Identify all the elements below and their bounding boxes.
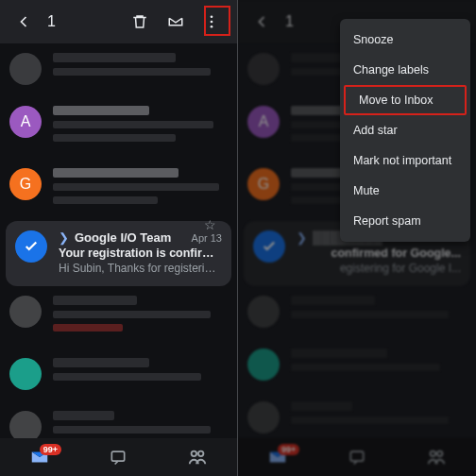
menu-item-add-star[interactable]: Add star bbox=[340, 115, 470, 145]
phone-right: 1 A G ❯████████ confirmed for bbox=[238, 0, 476, 476]
svg-point-0 bbox=[211, 15, 213, 18]
menu-item-snooze[interactable]: Snooze bbox=[340, 25, 470, 55]
bottom-nav: 99+ bbox=[238, 438, 476, 476]
svg-point-7 bbox=[431, 451, 436, 457]
nav-badge: 99+ bbox=[278, 444, 299, 455]
avatar: G bbox=[247, 168, 280, 200]
menu-item-report-spam[interactable]: Report spam bbox=[340, 206, 470, 236]
selection-count: 1 bbox=[47, 13, 56, 30]
star-icon[interactable]: ☆ bbox=[204, 217, 216, 232]
list-item[interactable] bbox=[238, 339, 476, 392]
list-item[interactable] bbox=[0, 348, 237, 401]
overflow-button[interactable] bbox=[196, 6, 228, 38]
menu-item-change-labels[interactable]: Change labels bbox=[340, 55, 470, 85]
selection-count: 1 bbox=[285, 13, 294, 30]
svg-point-5 bbox=[198, 451, 204, 457]
nav-badge: 99+ bbox=[40, 444, 61, 455]
menu-item-mute[interactable]: Mute bbox=[340, 176, 470, 206]
avatar: A bbox=[247, 106, 280, 138]
nav-chat[interactable] bbox=[99, 438, 137, 476]
back-button[interactable] bbox=[246, 6, 278, 38]
list-item[interactable]: G bbox=[0, 159, 237, 221]
avatar: A bbox=[9, 106, 42, 138]
nav-mail[interactable]: 99+ bbox=[21, 438, 59, 476]
svg-point-8 bbox=[437, 451, 443, 457]
nav-spaces[interactable] bbox=[178, 438, 216, 476]
email-list: A G ❯ Google I/O Team Apr 13 Your regis bbox=[0, 43, 237, 438]
menu-item-move-to-inbox[interactable]: Move to Inbox bbox=[344, 85, 467, 115]
phone-left: 1 A G bbox=[0, 0, 238, 476]
svg-point-2 bbox=[211, 26, 213, 28]
email-snippet: Hi Subin, Thanks for registering for Goo… bbox=[59, 262, 222, 275]
email-snippet-tail: egistering for Google I... bbox=[297, 262, 461, 275]
selected-check-avatar bbox=[253, 230, 285, 263]
delete-button[interactable] bbox=[124, 6, 156, 38]
overflow-menu: SnoozeChange labelsMove to InboxAdd star… bbox=[340, 19, 470, 242]
menu-item-mark-not-important[interactable]: Mark not important bbox=[340, 145, 470, 176]
svg-point-1 bbox=[211, 21, 213, 24]
bottom-nav: 99+ bbox=[0, 438, 237, 476]
sender-name: Google I/O Team bbox=[75, 230, 186, 245]
list-item[interactable] bbox=[238, 392, 476, 438]
back-button[interactable] bbox=[8, 6, 40, 38]
list-item-selected[interactable]: ❯ Google I/O Team Apr 13 Your registrati… bbox=[6, 221, 231, 286]
list-item[interactable] bbox=[0, 401, 237, 438]
nav-mail[interactable]: 99+ bbox=[259, 438, 297, 476]
mark-unread-button[interactable] bbox=[160, 6, 192, 38]
email-subject-tail: confirmed for Google... bbox=[297, 246, 461, 260]
email-date: Apr 13 bbox=[192, 232, 222, 244]
list-item[interactable] bbox=[0, 286, 237, 348]
email-subject: Your registration is confirmed for Googl… bbox=[59, 246, 222, 260]
list-item[interactable] bbox=[0, 43, 237, 96]
toolbar: 1 bbox=[0, 0, 237, 43]
list-item[interactable] bbox=[238, 286, 476, 339]
svg-point-4 bbox=[192, 451, 197, 457]
nav-chat[interactable] bbox=[338, 438, 376, 476]
important-marker: ❯ bbox=[59, 230, 69, 245]
list-item[interactable]: A bbox=[0, 96, 237, 159]
svg-rect-3 bbox=[112, 451, 125, 461]
nav-spaces[interactable] bbox=[417, 438, 455, 476]
svg-rect-6 bbox=[350, 451, 363, 461]
avatar: G bbox=[9, 168, 42, 200]
selected-check-avatar bbox=[15, 230, 47, 263]
